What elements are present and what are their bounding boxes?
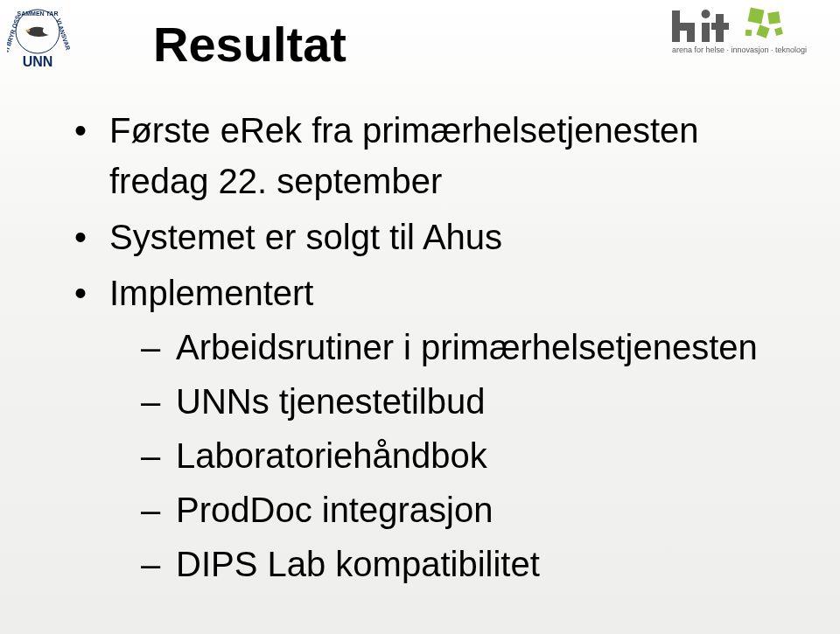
bullet-text: Implementert: [109, 274, 313, 312]
svg-rect-11: [756, 24, 769, 38]
slide-content: Første eRek fra primærhelsetjenesten fre…: [74, 105, 805, 595]
unn-label-text: UNN: [23, 54, 53, 69]
svg-rect-5: [702, 23, 710, 42]
bullet-text: Første eRek fra primærhelsetjenesten fre…: [109, 111, 699, 200]
sub-bullet-text: UNNs tjenestetilbud: [176, 382, 486, 421]
sub-bullet-text: Arbeidsrutiner i primærhelsetjenesten: [176, 328, 758, 366]
unn-circle-top: SAMMEN TAR: [18, 10, 59, 17]
svg-rect-10: [767, 11, 780, 24]
bullet-text: Systemet er solgt til Ahus: [109, 218, 502, 256]
bullet-item: Implementert Arbeidsrutiner i primærhels…: [74, 268, 805, 589]
bullet-item: Første eRek fra primærhelsetjenesten fre…: [74, 105, 805, 206]
slide-title: Resultat: [153, 16, 346, 73]
bullet-item: Systemet er solgt til Ahus: [74, 212, 805, 262]
sub-bullet-text: ProdDoc integrasjon: [176, 491, 493, 529]
svg-point-8: [702, 10, 710, 18]
unn-circle-right: VI ANSVAR: [55, 17, 71, 51]
svg-point-1: [26, 30, 31, 32]
sub-bullet-item: UNNs tjenestetilbud: [141, 376, 805, 427]
unn-circle-left: VI BRYR OSS: [7, 15, 21, 54]
svg-rect-4: [687, 23, 695, 42]
hit-tagline: arena for helse · innovasjon · teknologi: [672, 45, 807, 54]
sub-bullet-item: DIPS Lab kompatibilitet: [141, 539, 805, 589]
hit-logo: arena for helse · innovasjon · teknologi: [670, 7, 828, 58]
sub-bullet-text: Laboratoriehåndbok: [176, 436, 487, 475]
svg-rect-9: [748, 8, 765, 24]
svg-rect-7: [711, 23, 729, 30]
sub-bullet-text: DIPS Lab kompatibilitet: [176, 545, 540, 583]
sub-bullet-item: Laboratoriehåndbok: [141, 430, 805, 481]
sub-bullet-item: ProdDoc integrasjon: [141, 484, 805, 535]
svg-rect-12: [774, 27, 783, 36]
svg-rect-13: [746, 30, 752, 37]
sub-bullet-item: Arbeidsrutiner i primærhelsetjenesten: [141, 322, 805, 373]
unn-logo: SAMMEN TAR VI BRYR OSS VI ANSVAR UNN: [7, 7, 77, 70]
